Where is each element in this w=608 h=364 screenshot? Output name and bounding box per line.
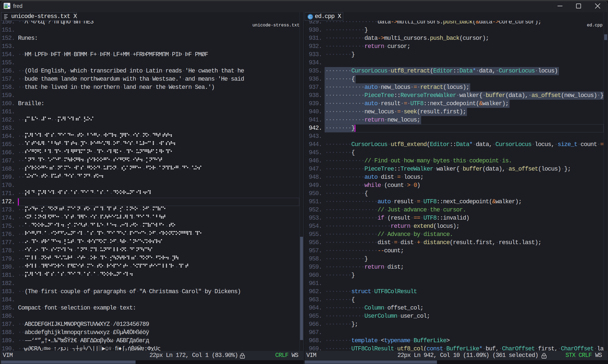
svg-text:+: + [311,17,312,19]
